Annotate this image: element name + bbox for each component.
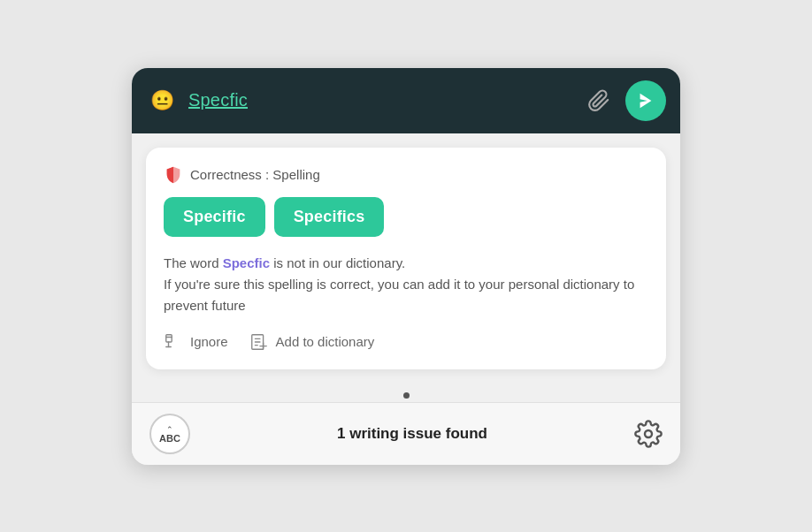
- issues-count-text: 1 writing issue found: [337, 425, 487, 443]
- bottom-bar: ⌃ ABC 1 writing issue found: [132, 402, 680, 465]
- abc-badge[interactable]: ⌃ ABC: [149, 414, 190, 454]
- app-container: 😐 Specfic Correctness : Spelling: [132, 68, 680, 465]
- card-category: Correctness : Spelling: [190, 167, 320, 182]
- suggestion-buttons: Specific Specifics: [164, 197, 648, 237]
- ignore-label: Ignore: [190, 334, 228, 349]
- caret-up: ⌃: [166, 425, 173, 434]
- suggestion-card: Correctness : Spelling Specific Specific…: [146, 148, 666, 369]
- add-dict-label: Add to dictionary: [276, 334, 375, 349]
- shield-icon: [164, 165, 183, 185]
- svg-marker-0: [640, 93, 652, 108]
- paperclip-icon[interactable]: [583, 85, 615, 117]
- search-input-text[interactable]: Specfic: [188, 90, 248, 110]
- suggestion-btn-1[interactable]: Specific: [164, 197, 265, 237]
- card-area: Correctness : Spelling Specific Specific…: [132, 133, 680, 384]
- description-text: The word Specfic is not in our dictionar…: [164, 253, 648, 316]
- page-dot: [403, 392, 410, 399]
- suggestion-btn-2[interactable]: Specifics: [274, 197, 385, 237]
- dot-indicator: [132, 384, 680, 402]
- card-header: Correctness : Spelling: [164, 165, 648, 185]
- gear-icon[interactable]: [634, 420, 663, 448]
- add-dict-button[interactable]: Add to dictionary: [249, 332, 375, 352]
- svg-point-11: [645, 430, 652, 437]
- highlighted-word: Specfic: [223, 255, 270, 270]
- send-button[interactable]: [625, 80, 666, 121]
- top-bar: 😐 Specfic: [132, 68, 680, 133]
- ignore-button[interactable]: Ignore: [164, 332, 228, 352]
- description-prefix: The word: [164, 255, 223, 270]
- emoji-icon[interactable]: 😐: [146, 85, 178, 117]
- abc-text: ABC: [159, 434, 180, 444]
- svg-rect-1: [166, 334, 172, 341]
- action-buttons: Ignore Add to dictionary: [164, 332, 648, 352]
- search-input-wrapper: Specfic: [188, 90, 572, 110]
